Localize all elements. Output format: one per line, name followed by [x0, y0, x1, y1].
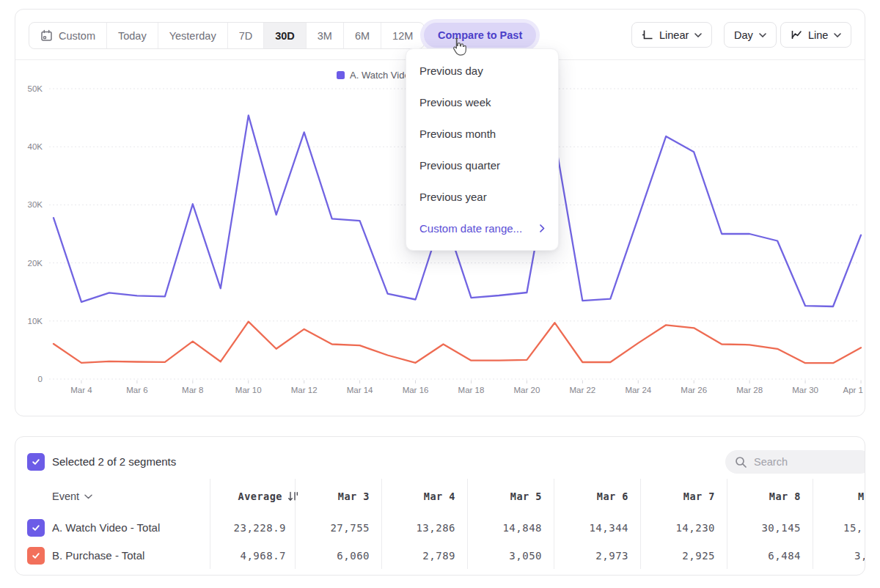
row-checkbox[interactable]	[27, 547, 45, 565]
chevron-down-icon	[84, 494, 92, 499]
column-divider	[467, 479, 468, 569]
menu-item-previous-year[interactable]: Previous year	[406, 181, 558, 213]
cell-value: 13,286	[416, 522, 455, 534]
row-checkbox[interactable]	[27, 519, 45, 537]
row-label[interactable]: B. Purchase - Total	[52, 549, 144, 562]
svg-text:Mar 10: Mar 10	[235, 386, 262, 394]
custom-date-range-label: Custom date range...	[419, 222, 522, 235]
legend-swatch	[337, 71, 345, 79]
event-column-header[interactable]: Event	[52, 490, 92, 502]
search-box[interactable]	[725, 450, 865, 474]
svg-text:Mar 16: Mar 16	[403, 386, 429, 394]
menu-item-previous-month[interactable]: Previous month	[406, 118, 558, 150]
date-column-header[interactable]: Mar 3	[338, 490, 370, 502]
column-divider	[727, 479, 727, 569]
compare-to-past-menu: Previous dayPrevious weekPrevious monthP…	[406, 48, 559, 251]
cell-value: 30,145	[761, 522, 801, 534]
cell-value: 2,789	[422, 550, 455, 562]
segments-table-panel: Selected 2 of 2 segments EventAverageMar…	[15, 436, 865, 576]
svg-text:Mar 12: Mar 12	[291, 386, 318, 394]
column-divider	[381, 479, 382, 569]
date-column-header[interactable]: Mar 6	[597, 490, 628, 502]
cell-value: 14,848	[502, 522, 542, 534]
average-column-header[interactable]: Average	[238, 490, 299, 502]
date-column-header[interactable]: Mar 7	[683, 490, 715, 502]
svg-text:20K: 20K	[28, 259, 43, 268]
cell-value: 6,484	[768, 550, 801, 562]
svg-text:Mar 24: Mar 24	[625, 386, 651, 394]
svg-text:Mar 6: Mar 6	[126, 386, 147, 394]
menu-item-custom-date-range[interactable]: Custom date range...	[406, 213, 558, 244]
cell-value: 2,925	[682, 550, 715, 562]
compare-to-past-button[interactable]: Compare to Past	[424, 23, 536, 48]
svg-text:50K: 50K	[28, 84, 43, 93]
check-icon	[31, 457, 41, 467]
svg-text:Mar 26: Mar 26	[681, 386, 707, 394]
svg-text:Mar 22: Mar 22	[569, 386, 595, 394]
menu-item-previous-week[interactable]: Previous week	[406, 87, 558, 118]
row-label[interactable]: A. Watch Video - Total	[52, 521, 160, 534]
column-divider	[813, 479, 813, 569]
column-divider	[640, 479, 641, 569]
svg-text:Mar 18: Mar 18	[458, 386, 485, 394]
svg-text:10K: 10K	[28, 317, 43, 326]
svg-text:Mar 20: Mar 20	[514, 386, 540, 394]
cell-value: 6,060	[337, 550, 370, 562]
svg-text:Mar 30: Mar 30	[792, 386, 818, 394]
svg-text:Mar 14: Mar 14	[347, 386, 373, 394]
svg-text:Apr 1: Apr 1	[843, 386, 864, 394]
cell-value: 14,344	[589, 522, 628, 534]
chevron-right-icon	[540, 224, 545, 232]
search-input[interactable]	[754, 456, 857, 468]
column-divider	[554, 479, 554, 569]
select-all-checkbox[interactable]	[27, 453, 45, 471]
check-icon	[31, 523, 41, 533]
column-divider	[210, 479, 210, 569]
average-header-label: Average	[238, 490, 282, 502]
date-column-header[interactable]: Mar 5	[510, 490, 542, 502]
average-value: 4,968.7	[240, 550, 286, 562]
svg-text:Mar 28: Mar 28	[736, 386, 763, 394]
cell-value: 14,230	[675, 522, 715, 534]
cell-value-clipped: 15,	[843, 522, 863, 534]
menu-item-previous-quarter[interactable]: Previous quarter	[406, 150, 558, 181]
svg-text:0: 0	[38, 375, 43, 383]
cell-value: 2,973	[595, 550, 628, 562]
compare-to-past-label: Compare to Past	[438, 29, 522, 41]
legend-item[interactable]: A. Watch Video	[337, 70, 415, 81]
segments-selected-label: Selected 2 of 2 segments	[52, 455, 176, 468]
svg-text:40K: 40K	[28, 142, 43, 151]
cell-value: 3,050	[509, 550, 542, 562]
check-icon	[31, 551, 41, 561]
date-column-header[interactable]: Mar 4	[424, 490, 455, 502]
search-icon	[735, 456, 747, 468]
event-header-label: Event	[52, 490, 79, 502]
sort-descending-icon	[287, 491, 299, 501]
date-column-header[interactable]: Mar 8	[769, 490, 801, 502]
average-value: 23,228.9	[234, 522, 286, 534]
svg-text:Mar 4: Mar 4	[70, 386, 92, 394]
svg-text:30K: 30K	[28, 200, 43, 209]
cell-value-clipped: 3,	[854, 550, 865, 562]
date-column-header-clipped[interactable]: M	[858, 490, 865, 502]
cell-value: 27,755	[330, 522, 370, 534]
chart-legend: A. Watch Video	[337, 70, 415, 81]
menu-item-previous-day[interactable]: Previous day	[406, 55, 558, 87]
svg-text:Mar 8: Mar 8	[182, 386, 203, 394]
